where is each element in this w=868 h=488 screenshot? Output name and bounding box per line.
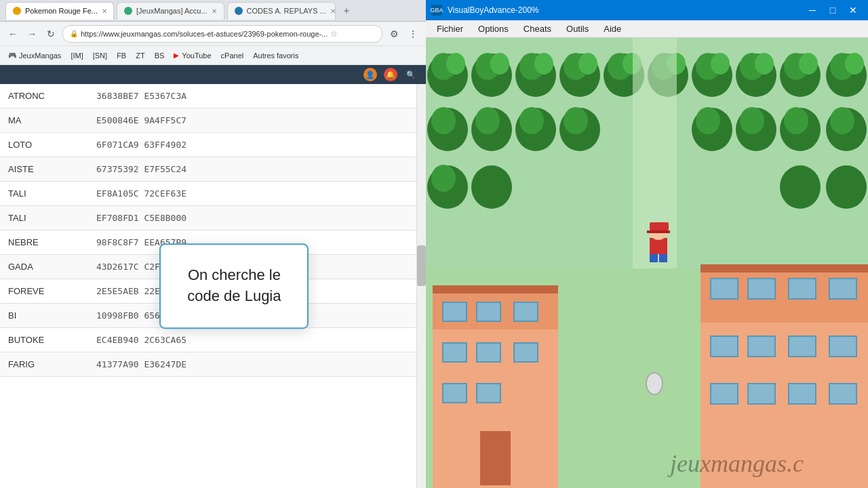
- table-row: MA E500846E 9A4FF5C7: [0, 108, 426, 133]
- menu-outils[interactable]: Outils: [559, 22, 595, 36]
- tab-close-3[interactable]: ✕: [330, 7, 336, 15]
- tab-label-2: [JeuxMangas] Accu...: [136, 7, 208, 15]
- bookmark-label-5: ZT: [136, 52, 144, 60]
- tab-label-1: Pokemon Rouge Fe...: [25, 7, 98, 15]
- tab-jeuxmangas[interactable]: [JeuxMangas] Accu... ✕: [117, 2, 224, 20]
- cheat-name: FARIG: [0, 352, 88, 377]
- svg-rect-57: [443, 302, 467, 321]
- cheat-name: GADA: [0, 255, 88, 279]
- svg-rect-87: [659, 254, 667, 262]
- cheat-code: 36838BE7 E5367C3A: [88, 84, 426, 108]
- bookmark-youtube[interactable]: ▶ YouTube: [170, 50, 215, 61]
- menu-cheats[interactable]: Cheats: [517, 22, 558, 36]
- bookmark-label-4: FB: [117, 52, 126, 60]
- table-row: ATRONC 36838BE7 E5367C3A: [0, 84, 426, 108]
- user-icon[interactable]: 👤: [363, 68, 377, 81]
- cheat-code: 41377A90 E36247DE: [88, 352, 426, 377]
- bookmark-autres[interactable]: Autres favoris: [249, 50, 302, 61]
- svg-point-3: [446, 53, 465, 75]
- svg-point-30: [845, 53, 864, 75]
- svg-point-44: [784, 107, 808, 134]
- tab-codes[interactable]: CODES A. REPLAYS ... ✕: [227, 2, 336, 20]
- tab-pokemon-rouge[interactable]: Pokemon Rouge Fe... ✕: [5, 2, 114, 20]
- bookmark-im[interactable]: [IM]: [66, 50, 87, 61]
- cheat-code: EF8A105C 72CEF63E: [88, 182, 426, 206]
- cheat-name: TALI: [0, 206, 88, 230]
- table-row: TALI EF8A105C 72CEF63E: [0, 182, 426, 206]
- svg-point-42: [740, 107, 764, 134]
- back-button[interactable]: ←: [5, 26, 20, 41]
- cheat-name: BUTOKE: [0, 328, 88, 352]
- address-bar[interactable]: 🔒 https://www.jeuxmangas.com/soluces-et-…: [62, 25, 382, 43]
- bookmark-label-2: [IM]: [71, 52, 83, 60]
- tab-close-2[interactable]: ✕: [212, 7, 217, 15]
- svg-rect-80: [829, 384, 856, 404]
- scrollbar[interactable]: [416, 84, 426, 488]
- bookmarks-bar: 🎮 JeuxMangas [IM] [SN] FB ZT BS ▶ YouTub…: [0, 46, 426, 65]
- bookmark-cpanel[interactable]: cPanel: [217, 50, 248, 61]
- svg-point-34: [475, 107, 500, 134]
- svg-rect-61: [477, 343, 500, 362]
- notification-icon[interactable]: 🔔: [384, 68, 397, 81]
- svg-rect-79: [789, 384, 816, 404]
- table-row: BUTOKE EC4EB940 2C63CA65: [0, 328, 426, 352]
- svg-point-32: [431, 107, 456, 134]
- svg-point-21: [711, 53, 730, 75]
- svg-rect-58: [477, 302, 500, 321]
- extensions-button[interactable]: ⚙: [387, 26, 401, 41]
- cheat-name: NEBRE: [0, 230, 88, 255]
- game-display: jeuxmangas.c: [426, 38, 868, 488]
- new-tab-button[interactable]: ＋: [338, 3, 355, 19]
- tab-label-3: CODES A. REPLAYS ...: [247, 7, 326, 15]
- svg-point-27: [799, 53, 818, 75]
- svg-point-40: [696, 107, 720, 134]
- bookmark-label-3: [SN]: [93, 52, 107, 60]
- bookmark-bs[interactable]: BS: [151, 50, 169, 61]
- minimize-button[interactable]: ─: [803, 3, 822, 18]
- bookmark-fb[interactable]: FB: [113, 50, 130, 61]
- close-button[interactable]: ✕: [844, 3, 863, 18]
- scrollbar-thumb[interactable]: [417, 245, 426, 286]
- cheat-name: ATRONC: [0, 84, 88, 108]
- search-icon[interactable]: 🔍: [404, 68, 418, 81]
- maximize-button[interactable]: □: [823, 3, 842, 18]
- watermark-text: jeuxmangas.c: [667, 450, 804, 477]
- bookmark-star-icon[interactable]: ☆: [330, 29, 338, 39]
- svg-point-36: [519, 107, 544, 134]
- gba-window: GBA VisualBoyAdvance-200% ─ □ ✕ Fichier …: [426, 0, 868, 488]
- menu-button[interactable]: ⋮: [406, 26, 420, 41]
- menu-aide[interactable]: Aide: [597, 22, 628, 36]
- bookmark-label-8: cPanel: [221, 52, 244, 60]
- svg-rect-78: [748, 384, 775, 404]
- cheat-name: LOTO: [0, 133, 88, 157]
- lugia-popup-text: On cherche le code de Lugia: [187, 266, 281, 304]
- window-controls: ─ □ ✕: [803, 3, 863, 18]
- address-text: https://www.jeuxmangas.com/soluces-et-as…: [81, 30, 328, 38]
- bookmark-zt[interactable]: ZT: [132, 50, 149, 61]
- bookmark-icon-7: ▶: [174, 52, 179, 59]
- svg-rect-72: [829, 279, 856, 299]
- tab-close-1[interactable]: ✕: [102, 7, 107, 15]
- bookmark-sn[interactable]: [SN]: [89, 50, 111, 61]
- svg-rect-75: [789, 336, 816, 357]
- table-row: LOTO 6F071CA9 63FF4902: [0, 133, 426, 157]
- cheat-name: MA: [0, 108, 88, 133]
- svg-point-38: [564, 107, 588, 134]
- menu-options[interactable]: Options: [471, 22, 515, 36]
- reload-button[interactable]: ↻: [43, 26, 58, 41]
- svg-rect-85: [647, 230, 670, 233]
- svg-point-81: [646, 373, 663, 394]
- cheat-code: 67375392 E7F55C24: [88, 157, 426, 182]
- svg-point-6: [490, 53, 509, 75]
- svg-rect-69: [711, 279, 738, 299]
- tab-favicon-3: [235, 7, 243, 15]
- svg-rect-74: [748, 336, 775, 357]
- svg-rect-63: [443, 384, 467, 403]
- forward-button[interactable]: →: [24, 26, 39, 41]
- bookmark-label-7: YouTube: [182, 52, 211, 60]
- bookmark-label-6: BS: [155, 52, 165, 60]
- bookmark-label-9: Autres favoris: [253, 52, 298, 60]
- bookmark-jeuxmangas[interactable]: 🎮 JeuxMangas: [4, 50, 65, 61]
- menu-fichier[interactable]: Fichier: [430, 22, 470, 36]
- svg-point-12: [578, 53, 597, 75]
